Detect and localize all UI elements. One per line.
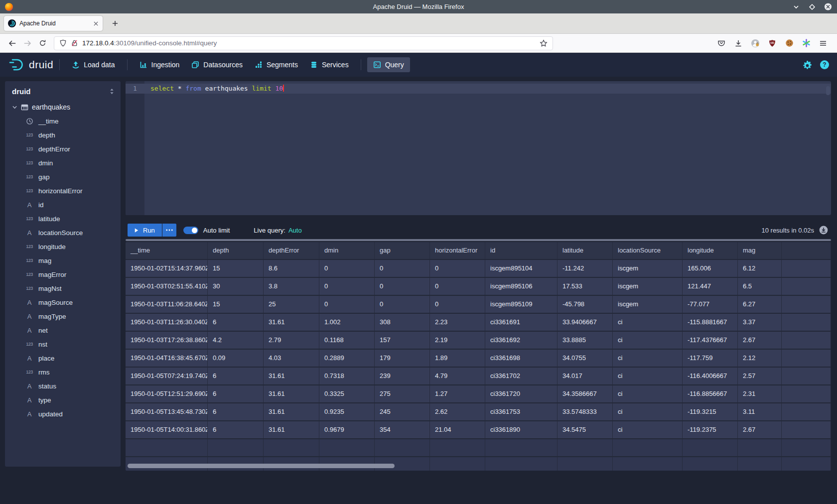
- cell-r4-c9[interactable]: -117.4376667: [683, 332, 738, 349]
- cell-r7-c10[interactable]: 2.31: [738, 385, 782, 402]
- cell-r7-c2[interactable]: 31.61: [264, 385, 319, 402]
- sidebar-column-id[interactable]: Aid: [12, 198, 116, 212]
- sidebar-column-latitude[interactable]: 123latitude: [12, 212, 116, 226]
- cell-r6-c7[interactable]: 34.017: [558, 368, 613, 384]
- sidebar-column-place[interactable]: Aplace: [12, 351, 116, 365]
- forward-icon[interactable]: [20, 36, 35, 50]
- help-icon[interactable]: ?: [820, 60, 829, 69]
- window-maximize-icon[interactable]: [808, 3, 816, 11]
- cell-r6-c1[interactable]: 6: [208, 368, 264, 384]
- sidebar-column-gap[interactable]: 123gap: [12, 170, 116, 184]
- schema-header[interactable]: druid: [12, 85, 116, 97]
- cell-r3-c2[interactable]: 31.61: [264, 314, 319, 331]
- cell-r9-c3[interactable]: 0.9679: [319, 421, 375, 438]
- cell-r2-c2[interactable]: 25: [264, 296, 319, 313]
- cell-r4-c1[interactable]: 4.2: [208, 332, 264, 349]
- column-header-depth[interactable]: depth: [208, 242, 264, 259]
- cell-r5-c8[interactable]: ci: [613, 350, 683, 367]
- sidebar-column-type[interactable]: Atype: [12, 393, 116, 407]
- cell-r2-c10[interactable]: 6.27: [738, 296, 782, 313]
- cell-r3-c9[interactable]: -115.8881667: [683, 314, 738, 331]
- cell-r5-c1[interactable]: 0.09: [208, 350, 264, 367]
- column-header-mag[interactable]: mag: [738, 242, 782, 259]
- cell-r0-c2[interactable]: 8.6: [264, 260, 319, 277]
- cell-r4-c4[interactable]: 157: [375, 332, 430, 349]
- auto-limit-toggle[interactable]: [183, 227, 198, 234]
- asterisk-extension-icon[interactable]: [799, 36, 813, 50]
- cell-r0-c0[interactable]: 1950-01-02T15:14:37.960Z: [126, 260, 208, 277]
- cell-r2-c7[interactable]: -45.798: [558, 296, 613, 313]
- cell-r1-c10[interactable]: 6.5: [738, 278, 782, 295]
- cell-r9-c11[interactable]: [782, 421, 831, 438]
- cell-r8-c9[interactable]: -119.3215: [683, 403, 738, 420]
- cell-r6-c5[interactable]: 4.79: [430, 368, 485, 384]
- cell-r1-c4[interactable]: 0: [375, 278, 430, 295]
- cell-r3-c3[interactable]: 1.002: [319, 314, 375, 331]
- cell-r2-c0[interactable]: 1950-01-03T11:06:28.640Z: [126, 296, 208, 313]
- cell-r5-c9[interactable]: -117.759: [683, 350, 738, 367]
- cell-r6-c3[interactable]: 0.7318: [319, 368, 375, 384]
- column-header-locationsource[interactable]: locationSource: [613, 242, 683, 259]
- back-icon[interactable]: [5, 36, 20, 50]
- cell-r1-c9[interactable]: 121.447: [683, 278, 738, 295]
- sidebar-column-magnst[interactable]: 123magNst: [12, 281, 116, 295]
- sidebar-column-locationsource[interactable]: AlocationSource: [12, 226, 116, 240]
- run-more-button[interactable]: [162, 224, 176, 237]
- cell-r3-c11[interactable]: [782, 314, 831, 331]
- tracking-shield-icon[interactable]: [59, 39, 67, 47]
- cell-r0-c11[interactable]: [782, 260, 831, 277]
- url-bar[interactable]: 172.18.0.4:30109/unified-console.html#qu…: [54, 36, 553, 50]
- cell-r7-c5[interactable]: 1.27: [430, 385, 485, 402]
- cell-r1-c0[interactable]: 1950-01-03T02:51:55.410Z: [126, 278, 208, 295]
- cell-r9-c0[interactable]: 1950-01-05T14:00:31.860Z: [126, 421, 208, 438]
- cell-r4-c11[interactable]: [782, 332, 831, 349]
- cell-r4-c10[interactable]: 2.67: [738, 332, 782, 349]
- cell-r8-c1[interactable]: 6: [208, 403, 264, 420]
- sidebar-column-longitude[interactable]: 123longitude: [12, 240, 116, 253]
- cell-r9-c2[interactable]: 31.61: [264, 421, 319, 438]
- cell-r8-c11[interactable]: [782, 403, 831, 420]
- cell-r7-c6[interactable]: ci3361720: [485, 385, 558, 402]
- cell-r2-c4[interactable]: 0: [375, 296, 430, 313]
- pocket-icon[interactable]: [714, 36, 728, 50]
- sort-carets-icon[interactable]: [109, 88, 115, 95]
- sidebar-column-magsource[interactable]: AmagSource: [12, 295, 116, 309]
- cell-r4-c7[interactable]: 33.8885: [558, 332, 613, 349]
- cell-r5-c3[interactable]: 0.2889: [319, 350, 375, 367]
- sidebar-column-depth[interactable]: 123depth: [12, 128, 116, 142]
- cell-r2-c1[interactable]: 15: [208, 296, 264, 313]
- menu-hamburger-icon[interactable]: [816, 36, 830, 50]
- cell-r0-c3[interactable]: 0: [319, 260, 375, 277]
- cell-r7-c3[interactable]: 0.3325: [319, 385, 375, 402]
- cell-r1-c3[interactable]: 0: [319, 278, 375, 295]
- cell-r5-c11[interactable]: [782, 350, 831, 367]
- cell-r2-c6[interactable]: iscgem895109: [485, 296, 558, 313]
- insecure-lock-icon[interactable]: [71, 39, 78, 47]
- cell-r3-c4[interactable]: 308: [375, 314, 430, 331]
- cell-r9-c8[interactable]: ci: [613, 421, 683, 438]
- cell-r4-c5[interactable]: 2.19: [430, 332, 485, 349]
- sidebar-column-horizontalerror[interactable]: 123horizontalError: [12, 184, 116, 198]
- cell-r3-c1[interactable]: 6: [208, 314, 264, 331]
- cell-r2-c9[interactable]: -77.077: [683, 296, 738, 313]
- cell-r8-c3[interactable]: 0.9235: [319, 403, 375, 420]
- download-results-icon[interactable]: [819, 226, 828, 235]
- cell-r1-c6[interactable]: iscgem895106: [485, 278, 558, 295]
- cell-r1-c1[interactable]: 30: [208, 278, 264, 295]
- column-header-latitude[interactable]: latitude: [558, 242, 613, 259]
- nav-query[interactable]: Query: [367, 57, 410, 72]
- cell-r6-c8[interactable]: ci: [613, 368, 683, 384]
- nav-ingestion[interactable]: Ingestion: [134, 57, 186, 72]
- cell-r8-c10[interactable]: 3.11: [738, 403, 782, 420]
- cell-r3-c7[interactable]: 33.9406667: [558, 314, 613, 331]
- reload-icon[interactable]: [35, 36, 50, 50]
- cell-r6-c2[interactable]: 31.61: [264, 368, 319, 384]
- cell-r1-c5[interactable]: 0: [430, 278, 485, 295]
- cell-r7-c4[interactable]: 275: [375, 385, 430, 402]
- cell-r5-c0[interactable]: 1950-01-04T16:38:45.670Z: [126, 350, 208, 367]
- cell-r2-c3[interactable]: 0: [319, 296, 375, 313]
- cell-r0-c6[interactable]: iscgem895104: [485, 260, 558, 277]
- cell-r5-c6[interactable]: ci3361698: [485, 350, 558, 367]
- cell-r6-c0[interactable]: 1950-01-05T07:24:19.740Z: [126, 368, 208, 384]
- sidebar-item-earthquakes[interactable]: earthquakes: [12, 100, 116, 114]
